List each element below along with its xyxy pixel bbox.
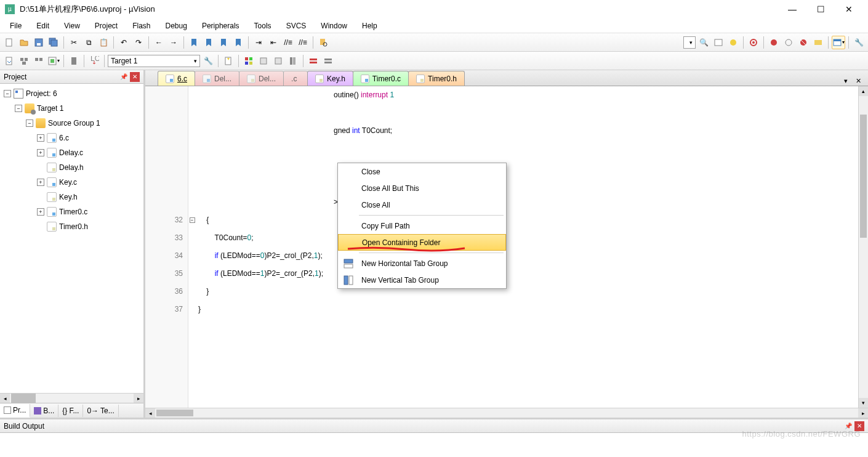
editor-vscroll[interactable]: ▴ ▾ [858,86,868,408]
nav-forward-button[interactable]: → [167,36,180,49]
file-node[interactable]: + Key.c [1,175,142,190]
menu-close[interactable]: Close [338,163,506,180]
scroll-thumb[interactable] [156,410,193,416]
save-all-button[interactable] [47,36,60,49]
tab-templates[interactable]: 0→Te... [83,405,118,417]
menu-close-all-but-this[interactable]: Close All But This [338,180,506,196]
books-button[interactable] [286,54,300,68]
file-tab[interactable]: Del... [239,71,284,86]
scroll-right-icon[interactable]: ▸ [134,394,143,403]
bookmark-next-button[interactable] [217,36,230,49]
panel-pin-button[interactable]: 📌 [119,72,129,82]
close-window-button[interactable]: ✕ [835,0,863,18]
panel-close-button[interactable]: ✕ [130,72,140,82]
translate-button[interactable] [2,54,16,68]
nav-back-button[interactable]: ← [152,36,166,49]
project-root[interactable]: − Project: 6 [1,86,142,101]
menu-project[interactable]: Project [87,19,125,33]
tree-toggle-icon[interactable]: + [37,179,44,186]
pack-installer-button[interactable] [271,54,285,68]
scroll-down-icon[interactable]: ▾ [859,398,868,408]
menu-tools[interactable]: Tools [247,19,279,33]
code-editor[interactable]: 32 33 34 35 36 37 − outine() interrupt 1… [145,86,868,408]
undo-button[interactable]: ↶ [117,36,131,49]
menu-peripherals[interactable]: Peripherals [195,19,247,33]
bookmark-toggle-button[interactable] [187,36,201,49]
configure-flash-button[interactable] [321,54,335,68]
target-node[interactable]: − Target 1 [1,101,142,116]
menu-open-containing-folder[interactable]: Open Containing Folder [338,234,506,251]
rebuild-button[interactable] [32,54,46,68]
tree-toggle-icon[interactable]: + [37,208,44,216]
file-node[interactable]: + Delay.c [1,145,142,160]
incremental-find-button[interactable] [712,36,725,49]
debug-start-button[interactable] [747,36,760,49]
manage-components-button[interactable] [242,54,255,68]
target-combo[interactable]: Target 1▾ [108,55,200,67]
file-tab[interactable]: Timer0.c [353,71,409,86]
maximize-button[interactable]: ☐ [806,0,835,18]
menu-flash[interactable]: Flash [125,19,158,33]
breakpoint-kill-button[interactable] [797,36,810,49]
menu-debug[interactable]: Debug [158,19,195,33]
tree-toggle-icon[interactable]: + [37,134,44,142]
bookmark-prev-button[interactable] [202,36,215,49]
download-button[interactable]: LOAD [87,54,101,68]
fold-toggle-icon[interactable]: − [190,217,195,223]
cut-button[interactable]: ✂ [67,36,81,49]
stop-build-button[interactable] [67,54,81,68]
fold-column[interactable]: − [188,86,196,408]
file-tab[interactable]: Timer0.h [408,71,465,86]
menu-new-horizontal-group[interactable]: New Horizontal Tab Group [338,255,506,272]
file-node[interactable]: + 6.c [1,131,142,145]
tree-toggle-icon[interactable]: − [26,119,33,127]
file-node[interactable]: Timer0.h [1,219,142,234]
scroll-thumb[interactable] [11,394,36,403]
file-tab[interactable]: .c [283,71,308,86]
file-tab[interactable]: Del... [195,71,239,86]
menu-edit[interactable]: Edit [29,19,57,33]
search-combo[interactable]: ▾ [683,36,696,49]
tree-toggle-icon[interactable]: − [4,90,11,97]
file-tab[interactable]: Key.h [307,71,353,86]
copy-button[interactable]: ⧉ [82,36,95,49]
file-node[interactable]: + Timer0.c [1,204,142,219]
build-output-body[interactable] [0,433,868,457]
uncomment-button[interactable]: //≡ [296,36,310,49]
minimize-button[interactable]: — [778,0,806,18]
outdent-button[interactable]: ⇤ [267,36,280,49]
find-in-files-button[interactable] [316,36,330,49]
tree-toggle-icon[interactable]: + [37,149,44,156]
breakpoint-button[interactable] [767,36,781,49]
batch-button[interactable] [307,54,320,68]
tab-project[interactable]: Pr... [0,404,30,418]
file-tab-active[interactable]: 6.c [158,71,195,86]
file-node[interactable]: Delay.h [1,160,142,175]
debug-button[interactable] [726,36,740,49]
menu-help[interactable]: Help [355,19,385,33]
redo-button[interactable]: ↷ [132,36,145,49]
menu-new-vertical-group[interactable]: New Vertical Tab Group [338,272,506,288]
scroll-left-icon[interactable]: ◂ [145,408,155,418]
menu-copy-full-path[interactable]: Copy Full Path [338,217,506,234]
batch-build-button[interactable]: ▾ [47,54,60,68]
save-button[interactable] [32,36,46,49]
menu-window[interactable]: Window [313,19,355,33]
find-button[interactable]: 🔍 [697,36,710,49]
open-file-button[interactable] [17,36,31,49]
tab-books[interactable]: B... [30,405,58,417]
scroll-up-icon[interactable]: ▴ [859,86,868,96]
new-file-button[interactable] [2,36,16,49]
window-list-button[interactable]: ▾ [832,36,845,49]
target-options-button[interactable]: 🔧 [201,54,215,68]
paste-button[interactable]: 📋 [97,36,110,49]
bookmark-clear-button[interactable] [231,36,245,49]
menu-view[interactable]: View [57,19,87,33]
breakpoint-disable-button[interactable] [782,36,795,49]
build-button[interactable] [17,54,31,68]
tab-menu-button[interactable]: ▾ [841,76,851,86]
file-node[interactable]: Key.h [1,190,142,204]
select-packs-button[interactable] [257,54,270,68]
scroll-left-icon[interactable]: ◂ [0,394,10,403]
menu-svcs[interactable]: SVCS [279,19,314,33]
